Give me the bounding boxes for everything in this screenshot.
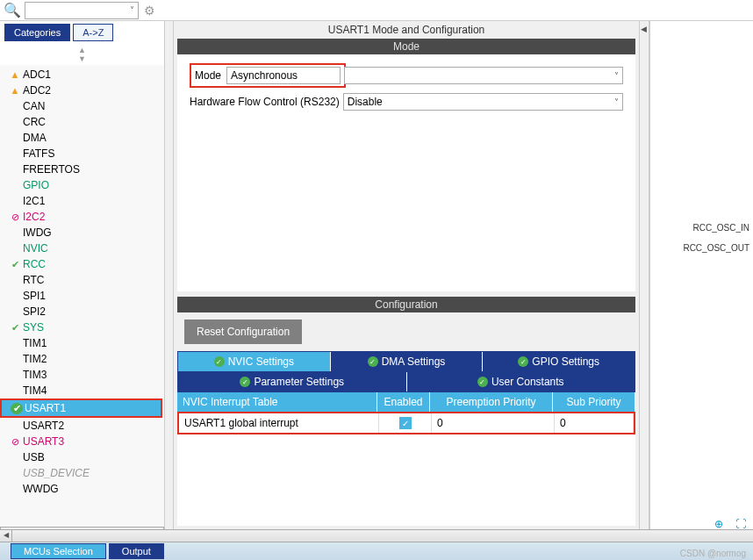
tree-item-freertos[interactable]: FREERTOS [0,162,164,177]
config-section-header: Configuration [177,297,635,312]
tree-item-adc2[interactable]: ▲ADC2 [0,83,164,98]
chevron-down-icon: ˅ [130,5,134,15]
tree-item-label: SPI1 [23,290,161,302]
tree-item-label: TIM1 [23,337,161,349]
tree-item-label: WWDG [23,483,161,495]
settings-tab-gpio-settings[interactable]: ✓GPIO Settings [483,352,635,371]
tab-output[interactable]: Output [109,543,164,559]
tree-item-label: ADC1 [23,68,161,81]
nvic-interrupt-row[interactable]: USART1 global interrupt ✓ 0 0 [179,413,634,433]
tree-item-rcc[interactable]: ✔RCC [0,256,164,272]
tree-item-sys[interactable]: ✔SYS [0,319,164,335]
tree-item-label: I2C2 [23,211,161,223]
tree-item-tim2[interactable]: TIM2 [0,351,164,367]
check-icon: ✓ [368,356,378,367]
col-sub: Sub Priority [553,392,635,412]
col-preempt: Preemption Priority [430,392,553,412]
tree-item-label: USART1 [25,402,157,414]
tree-item-label: I2C1 [23,195,161,207]
warning-icon: ▲ [9,69,21,80]
gear-icon[interactable]: ⚙ [144,4,155,18]
check-icon: ✓ [240,377,250,387]
peripheral-tree: ▲ADC1▲ADC2CANCRCDMAFATFSFREERTOSGPIOI2C1… [0,65,164,539]
watermark: CSDN @normog [680,549,746,558]
tree-item-adc1[interactable]: ▲ADC1 [0,67,164,83]
tree-item-label: GPIO [23,179,161,191]
check-icon: ✓ [214,356,225,367]
tree-item-can[interactable]: CAN [0,98,164,114]
mode-select[interactable]: Asynchronous [226,67,341,84]
mode-select-ext[interactable]: ˅ [344,67,623,84]
tree-item-tim1[interactable]: TIM1 [0,335,164,351]
mode-label: Mode [195,69,221,82]
fullscreen-icon[interactable]: ⛶ [735,518,746,530]
tree-item-fatfs[interactable]: FATFS [0,146,164,162]
mode-section-header: Mode [177,39,635,54]
settings-tab-user-constants[interactable]: ✓User Constants [407,372,635,391]
tree-item-spi1[interactable]: SPI1 [0,288,164,304]
disabled-icon: ⊘ [9,212,21,223]
tree-item-iwdg[interactable]: IWDG [0,225,164,241]
settings-tab-parameter-settings[interactable]: ✓Parameter Settings [178,372,407,391]
tree-item-label: TIM4 [23,384,161,397]
tree-item-wwdg[interactable]: WWDG [0,481,164,497]
check-icon: ✓ [477,377,488,387]
tree-item-usb_device[interactable]: USB_DEVICE [0,465,164,481]
sort-icon[interactable]: ▲▼ [0,44,164,65]
tree-item-gpio[interactable]: GPIO [0,177,164,193]
tree-item-label: USART2 [23,420,161,432]
tree-item-label: TIM2 [23,353,161,365]
col-enabled: Enabled [377,392,430,412]
tree-item-label: USART3 [23,435,161,448]
tree-item-usb[interactable]: USB [0,449,164,465]
tree-item-label: DMA [23,132,161,144]
expand-arrow[interactable] [639,21,649,539]
hw-flow-label: Hardware Flow Control (RS232) [190,96,340,108]
tree-item-label: RCC [23,258,161,270]
disabled-icon: ⊘ [9,436,21,448]
tree-item-dma[interactable]: DMA [0,130,164,146]
tree-item-usart1[interactable]: ✔USART1 [2,400,161,416]
tree-item-label: NVIC [23,242,161,255]
settings-tab-nvic-settings[interactable]: ✓NVIC Settings [178,352,331,371]
check-icon: ✔ [11,403,23,414]
sidebar-tab-categories[interactable]: Categories [4,24,70,41]
settings-tab-dma-settings[interactable]: ✓DMA Settings [331,352,484,371]
tree-item-label: TIM3 [23,369,161,381]
reset-config-button[interactable]: Reset Configuration [184,319,302,344]
tree-item-nvic[interactable]: NVIC [0,241,164,256]
search-icon: 🔍 [4,2,21,18]
tree-item-label: SYS [23,321,161,334]
tab-mcus-selection[interactable]: MCUs Selection [11,543,106,559]
tree-item-rtc[interactable]: RTC [0,272,164,288]
tree-item-label: CAN [23,100,161,112]
hw-flow-select[interactable]: Disable˅ [343,93,623,111]
tree-item-tim3[interactable]: TIM3 [0,367,164,383]
tree-item-label: SPI2 [23,305,161,318]
warning-icon: ▲ [9,85,21,96]
panel-title: USART1 Mode and Configuration [177,21,635,39]
check-icon: ✓ [518,356,528,367]
tree-item-tim4[interactable]: TIM4 [0,383,164,398]
check-icon: ✔ [9,259,21,270]
col-interrupt-name: NVIC Interrupt Table [177,392,377,412]
tree-item-label: CRC [23,116,161,128]
tree-item-label: USB_DEVICE [23,467,161,479]
tree-item-usart3[interactable]: ⊘USART3 [0,434,164,449]
sidebar-tab-az[interactable]: A->Z [73,24,113,41]
scroll-left-arrow[interactable]: ◀ [0,530,12,542]
tree-item-i2c2[interactable]: ⊘I2C2 [0,209,164,225]
tree-item-usart2[interactable]: USART2 [0,418,164,434]
pin-rcc-osc-in: RCC_OSC_IN [654,223,749,233]
tree-item-i2c1[interactable]: I2C1 [0,193,164,209]
tree-item-label: ADC2 [23,84,161,97]
tree-item-label: USB [23,451,161,463]
tree-item-label: FATFS [23,147,161,160]
enabled-checkbox[interactable]: ✓ [399,417,412,429]
search-input[interactable]: ˅ [25,2,139,19]
zoom-in-icon[interactable]: ⊕ [714,518,723,530]
tree-item-spi2[interactable]: SPI2 [0,304,164,319]
tree-item-crc[interactable]: CRC [0,114,164,130]
check-icon: ✔ [9,322,21,334]
tree-item-label: FREERTOS [23,163,161,176]
